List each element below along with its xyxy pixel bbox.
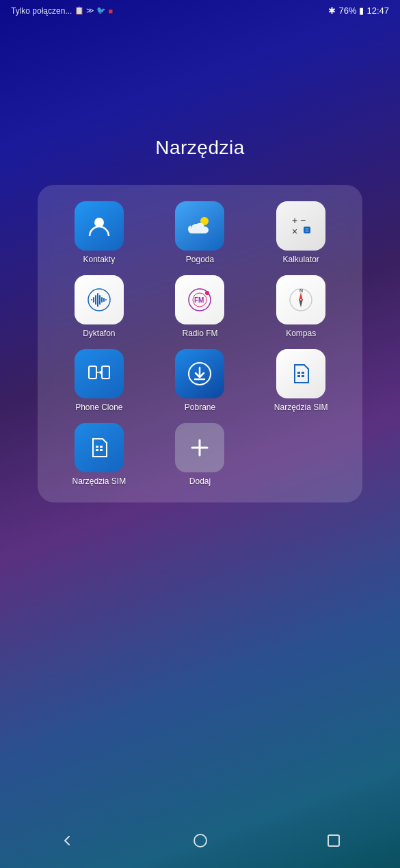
app-label-narzedzia-sim-1: Narzędzia SIM [274, 403, 328, 412]
app-item-radio-fm[interactable]: FM Radio FM [152, 275, 248, 338]
app-icon-sim1 [276, 349, 325, 398]
app-label-pobrane: Pobrane [185, 403, 215, 412]
svg-rect-32 [100, 446, 103, 448]
app-label-pogoda: Pogoda [186, 255, 214, 264]
svg-text:+  −: + − [292, 215, 306, 226]
home-icon [192, 832, 209, 849]
bluetooth-icon: ✱ [328, 5, 336, 16]
svg-text:FM: FM [194, 296, 204, 304]
svg-text:×: × [292, 226, 297, 237]
app-label-kalkulator: Kalkulator [282, 255, 319, 264]
app-label-phone-clone: Phone Clone [75, 403, 122, 412]
app-icon-pogoda [175, 201, 224, 251]
svg-rect-23 [89, 366, 96, 379]
app-label-kontakty: Kontakty [83, 255, 115, 264]
app-icon-radio: FM [175, 275, 224, 324]
app-label-radio-fm: Radio FM [182, 329, 217, 338]
app-item-phone-clone[interactable]: Phone Clone [51, 349, 147, 412]
svg-rect-29 [297, 375, 300, 377]
status-right: ✱ 76% ▮ 12:47 [328, 5, 389, 16]
app-icon-pobrane [175, 349, 224, 398]
svg-rect-34 [100, 449, 103, 451]
svg-marker-21 [299, 292, 303, 301]
recents-button[interactable] [317, 824, 351, 858]
app-item-kontakty[interactable]: Kontakty [51, 201, 147, 264]
svg-rect-30 [302, 375, 304, 377]
app-item-pobrane[interactable]: Pobrane [152, 349, 248, 412]
home-button[interactable] [183, 824, 217, 858]
app-item-kompas[interactable]: N Kompas [253, 275, 349, 338]
recents-icon [325, 832, 342, 849]
app-icon-dyktafon [75, 275, 124, 324]
app-item-dyktafon[interactable]: Dyktafon [51, 275, 147, 338]
app-label-narzedzia-sim-2: Narzędzia SIM [72, 476, 126, 486]
svg-marker-22 [299, 299, 303, 307]
nav-bar [0, 820, 400, 868]
app-item-kalkulator[interactable]: + − × = Kalkulator [253, 201, 349, 264]
battery-icon: ▮ [359, 5, 364, 16]
svg-rect-24 [102, 366, 109, 379]
app-label-dyktafon: Dyktafon [83, 329, 115, 338]
svg-point-37 [194, 834, 206, 847]
svg-rect-28 [302, 372, 304, 374]
app-icon-phone-clone [75, 349, 124, 398]
status-connection-text: Tylko połączen... [11, 6, 72, 16]
app-item-dodaj[interactable]: Dodaj [152, 423, 248, 486]
app-item-narzedzia-sim-2[interactable]: Narzędzia SIM [51, 423, 147, 486]
back-icon [59, 832, 75, 849]
notification-icon-3: 🐦 [96, 6, 106, 15]
svg-rect-31 [96, 446, 98, 448]
status-bar: Tylko połączen... 📋 ≫ 🐦 ■ ✱ 76% ▮ 12:47 [0, 0, 400, 21]
app-icon-sim2 [75, 423, 124, 472]
svg-rect-33 [96, 449, 98, 451]
app-item-pogoda[interactable]: Pogoda [152, 201, 248, 264]
status-icons: 📋 ≫ 🐦 ■ [75, 6, 113, 15]
back-button[interactable] [50, 824, 84, 858]
app-icon-kalkulator: + − × = [276, 201, 325, 251]
app-folder: Kontakty Pogoda + − × = Kalk [38, 185, 362, 502]
app-icon-kontakty [75, 201, 124, 251]
notification-icon-2: ≫ [86, 6, 94, 15]
notification-icon-1: 📋 [75, 6, 84, 15]
apps-grid: Kontakty Pogoda + − × = Kalk [51, 201, 349, 486]
app-label-kompas: Kompas [286, 329, 316, 338]
status-left: Tylko połączen... 📋 ≫ 🐦 ■ [11, 6, 113, 16]
app-icon-dodaj [175, 423, 224, 472]
svg-text:N: N [299, 288, 303, 293]
svg-rect-38 [328, 835, 339, 846]
svg-rect-27 [297, 372, 300, 374]
page-title: Narzędzia [0, 137, 400, 159]
app-item-narzedzia-sim-1[interactable]: Narzędzia SIM [253, 349, 349, 412]
app-icon-kompas: N [276, 275, 325, 324]
app-label-dodaj: Dodaj [189, 476, 211, 486]
svg-point-18 [205, 291, 209, 295]
battery-text: 76% [338, 5, 356, 16]
notification-icon-4: ■ [108, 7, 113, 15]
time-text: 12:47 [366, 5, 389, 16]
svg-text:=: = [305, 227, 309, 234]
